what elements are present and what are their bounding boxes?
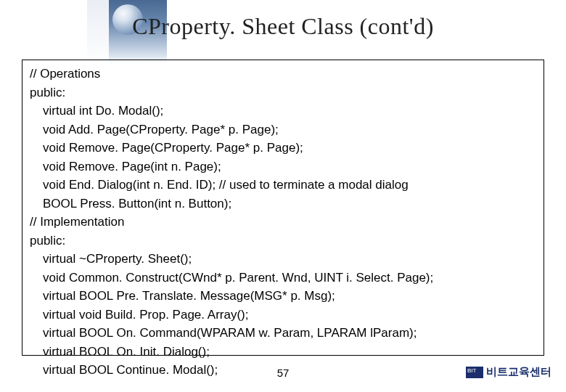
footer-logo-text: 비트교육센터 — [486, 365, 551, 379]
code-line: virtual BOOL On. Init. Dialog(); — [30, 343, 536, 362]
code-line: public: — [30, 232, 536, 250]
code-line: virtual int Do. Modal(); — [30, 102, 536, 121]
code-line: void Remove. Page(int n. Page); — [30, 158, 536, 176]
code-line: // Operations — [30, 65, 536, 83]
code-line: public: — [30, 83, 536, 102]
slide-title: CProperty. Sheet Class (cont'd) — [0, 13, 566, 40]
code-box: // Operations public: virtual int Do. Mo… — [22, 60, 544, 356]
code-line: void Add. Page(CProperty. Page* p. Page)… — [30, 121, 536, 139]
code-line: virtual BOOL Pre. Translate. Message(MSG… — [30, 287, 536, 306]
code-line: virtual ~CProperty. Sheet(); — [30, 250, 536, 269]
code-line: virtual void Build. Prop. Page. Array(); — [30, 306, 536, 324]
code-line: virtual BOOL On. Command(WPARAM w. Param… — [30, 324, 536, 343]
logo-mark-icon — [466, 367, 483, 378]
slide: CProperty. Sheet Class (cont'd) // Opera… — [0, 0, 566, 392]
code-line: void Remove. Page(CProperty. Page* p. Pa… — [30, 139, 536, 158]
code-line: // Implementation — [30, 213, 536, 232]
code-line: BOOL Press. Button(int n. Button); — [30, 195, 536, 213]
code-line: void Common. Construct(CWnd* p. Parent. … — [30, 269, 536, 287]
footer-logo: 비트교육센터 — [466, 365, 551, 379]
code-line: void End. Dialog(int n. End. ID); // use… — [30, 176, 536, 195]
